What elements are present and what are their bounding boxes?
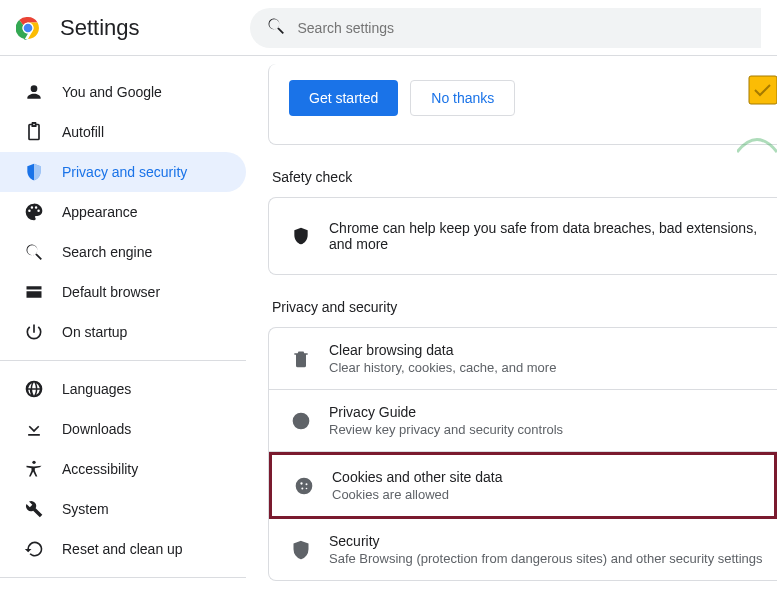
main-content: Get started No thanks Safety check Chrom… [256, 56, 777, 586]
safety-check-text: Chrome can help keep you safe from data … [329, 220, 765, 252]
sidebar-item-downloads[interactable]: Downloads [0, 409, 246, 449]
sidebar: You and Google Autofill Privacy and secu… [0, 56, 256, 586]
no-thanks-button[interactable]: No thanks [410, 80, 515, 116]
shield-icon [24, 162, 44, 182]
sidebar-item-accessibility[interactable]: Accessibility [0, 449, 246, 489]
svg-point-10 [301, 487, 303, 489]
search-icon [266, 16, 286, 40]
person-icon [24, 82, 44, 102]
sidebar-item-label: You and Google [62, 84, 162, 100]
globe-icon [24, 379, 44, 399]
sidebar-item-you-and-google[interactable]: You and Google [0, 72, 246, 112]
accessibility-icon [24, 459, 44, 479]
search-box[interactable] [250, 8, 762, 48]
cookie-icon [294, 476, 314, 496]
item-title: Clear browsing data [329, 342, 556, 358]
sidebar-item-languages[interactable]: Languages [0, 369, 246, 409]
browser-icon [24, 282, 44, 302]
item-subtitle: Review key privacy and security controls [329, 422, 563, 437]
list-item-security[interactable]: Security Safe Browsing (protection from … [269, 519, 777, 580]
page-title: Settings [60, 15, 140, 41]
sidebar-item-privacy-and-security[interactable]: Privacy and security [0, 152, 246, 192]
sidebar-item-appearance[interactable]: Appearance [0, 192, 246, 232]
sidebar-item-on-startup[interactable]: On startup [0, 312, 246, 352]
power-icon [24, 322, 44, 342]
svg-point-7 [296, 477, 313, 494]
safety-check-card[interactable]: Chrome can help keep you safe from data … [268, 197, 777, 275]
svg-point-9 [306, 483, 308, 485]
shield-icon [291, 540, 311, 560]
item-subtitle: Safe Browsing (protection from dangerous… [329, 551, 763, 566]
compass-icon [291, 411, 311, 431]
sidebar-item-label: Accessibility [62, 461, 138, 477]
svg-point-3 [31, 85, 38, 92]
item-subtitle: Cookies are allowed [332, 487, 502, 502]
get-started-button[interactable]: Get started [289, 80, 398, 116]
sidebar-item-label: Default browser [62, 284, 160, 300]
sidebar-item-label: On startup [62, 324, 127, 340]
search-icon [24, 242, 44, 262]
sidebar-divider [0, 577, 246, 578]
item-title: Privacy Guide [329, 404, 563, 420]
list-item-privacy-guide[interactable]: Privacy Guide Review key privacy and sec… [269, 390, 777, 452]
sidebar-item-autofill[interactable]: Autofill [0, 112, 246, 152]
search-input[interactable] [298, 20, 746, 36]
sidebar-item-label: Privacy and security [62, 164, 187, 180]
sidebar-item-label: Search engine [62, 244, 152, 260]
sidebar-item-search-engine[interactable]: Search engine [0, 232, 246, 272]
item-title: Cookies and other site data [332, 469, 502, 485]
promo-card: Get started No thanks [268, 64, 777, 145]
clipboard-icon [24, 122, 44, 142]
sidebar-item-default-browser[interactable]: Default browser [0, 272, 246, 312]
svg-point-4 [32, 461, 35, 464]
trash-icon [291, 349, 311, 369]
download-icon [24, 419, 44, 439]
header: Settings [0, 0, 777, 56]
list-item-clear-browsing-data[interactable]: Clear browsing data Clear history, cooki… [269, 328, 777, 390]
privacy-list: Clear browsing data Clear history, cooki… [268, 327, 777, 581]
palette-icon [24, 202, 44, 222]
sidebar-item-label: Reset and clean up [62, 541, 183, 557]
promo-graphic-icon [737, 72, 777, 166]
item-subtitle: Clear history, cookies, cache, and more [329, 360, 556, 375]
sidebar-item-label: Languages [62, 381, 131, 397]
svg-point-2 [24, 23, 33, 32]
shield-check-icon [291, 226, 311, 246]
sidebar-item-reset-and-clean-up[interactable]: Reset and clean up [0, 529, 246, 569]
svg-rect-5 [749, 76, 777, 104]
chrome-logo-icon [16, 16, 40, 40]
item-title: Security [329, 533, 763, 549]
restore-icon [24, 539, 44, 559]
section-title-safety-check: Safety check [272, 169, 777, 185]
svg-point-8 [300, 482, 302, 484]
sidebar-item-system[interactable]: System [0, 489, 246, 529]
wrench-icon [24, 499, 44, 519]
section-title-privacy: Privacy and security [272, 299, 777, 315]
sidebar-item-label: Appearance [62, 204, 138, 220]
sidebar-item-label: Downloads [62, 421, 131, 437]
sidebar-item-label: Autofill [62, 124, 104, 140]
list-item-cookies[interactable]: Cookies and other site data Cookies are … [269, 452, 777, 519]
sidebar-divider [0, 360, 246, 361]
sidebar-item-label: System [62, 501, 109, 517]
svg-point-11 [306, 487, 308, 489]
